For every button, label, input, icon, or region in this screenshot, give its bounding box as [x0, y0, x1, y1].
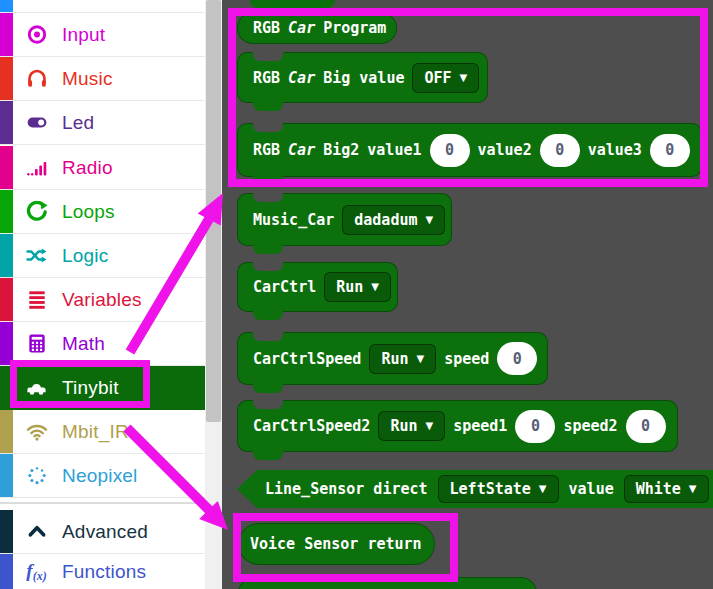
block-carctrlspeed[interactable]: CarCtrlSpeed Run ▼ speed 0	[237, 332, 548, 385]
led-toggle-icon	[25, 111, 48, 134]
block-partial-bottom[interactable]	[238, 577, 537, 589]
run-dropdown[interactable]: Run ▼	[378, 411, 445, 441]
block-label: RGB	[253, 19, 280, 37]
number-input-value1[interactable]: 0	[430, 134, 470, 167]
sidebar-item-functions[interactable]: f(x) Functions	[0, 554, 205, 589]
chevron-down-icon: ▼	[689, 484, 697, 494]
category-color-bar	[0, 0, 13, 12]
sidebar-item-label: Led	[62, 112, 94, 134]
wifi-icon	[25, 420, 48, 443]
category-color-bar	[0, 410, 13, 453]
sidebar-item-logic[interactable]: Logic	[0, 234, 205, 278]
math-calculator-icon	[25, 332, 48, 355]
block-param-label: value3	[588, 141, 642, 159]
puzzle-bump	[253, 384, 283, 393]
block-label: Car	[288, 69, 315, 87]
sidebar-item-label: Neopixel	[62, 465, 138, 487]
sidebar-item-music[interactable]: Music	[0, 57, 205, 101]
puzzle-bump	[253, 176, 283, 185]
sidebar-item-radio[interactable]: Radio	[0, 146, 205, 190]
sidebar-item-label: Input	[62, 24, 105, 46]
sidebar-item-input[interactable]: Input	[0, 13, 205, 57]
block-label: CarCtrl	[253, 278, 316, 296]
block-label: Big2	[323, 141, 359, 159]
functions-icon: f(x)	[25, 560, 48, 583]
category-color-bar	[0, 13, 13, 56]
dropdown-value: Run	[381, 350, 408, 368]
puzzle-notch	[253, 262, 283, 271]
sidebar-item-label: Radio	[62, 157, 113, 179]
sidebar-item-mbit-ir[interactable]: Mbit_IR	[0, 410, 205, 454]
radio-signal-icon	[25, 156, 48, 179]
logic-shuffle-icon	[25, 244, 48, 267]
direction-dropdown[interactable]: LeftState ▼	[438, 475, 559, 503]
sidebar-item-label: Logic	[62, 245, 108, 267]
block-carctrlspeed2[interactable]: CarCtrlSpeed2 Run ▼ speed1 0 speed2 0	[237, 400, 678, 452]
block-label: Car	[288, 141, 315, 159]
block-rgb-car-big[interactable]: RGBCarBig value OFF ▼	[237, 52, 488, 103]
puzzle-bump	[253, 311, 283, 320]
puzzle-bump	[253, 245, 283, 254]
block-label: CarCtrlSpeed	[253, 350, 361, 368]
block-param-label: speed	[444, 350, 489, 368]
block-carctrl[interactable]: CarCtrl Run ▼	[237, 262, 398, 312]
block-param-label: value1	[367, 141, 421, 159]
sidebar-item-label: Math	[62, 333, 105, 355]
puzzle-bump	[253, 102, 283, 111]
sidebar-item-led[interactable]: Led	[0, 101, 205, 145]
number-input-speed[interactable]: 0	[497, 342, 537, 375]
category-color-bar	[0, 57, 13, 100]
puzzle-bump	[253, 451, 283, 460]
variables-list-icon	[25, 288, 48, 311]
sidebar-item-math[interactable]: Math	[0, 322, 205, 366]
block-partial-top[interactable]	[250, 0, 335, 8]
puzzle-notch	[253, 400, 283, 409]
sidebar-item-basic-partial[interactable]	[0, 0, 205, 13]
sidebar-scrollbar-thumb[interactable]	[206, 0, 221, 422]
sidebar-section-divider	[0, 502, 205, 504]
puzzle-notch	[253, 332, 283, 341]
block-param-label: speed2	[563, 417, 617, 435]
dropdown-value: LeftState	[450, 480, 531, 498]
color-dropdown[interactable]: White ▼	[624, 475, 709, 503]
dropdown-value: White	[636, 480, 681, 498]
block-label: Line_Sensor direct	[265, 480, 428, 498]
sidebar-item-label: Tinybit	[62, 377, 119, 399]
category-color-bar	[0, 278, 13, 321]
number-input-speed2[interactable]: 0	[626, 410, 666, 443]
block-rgb-car-big2[interactable]: RGBCarBig2 value1 0 value2 0 value3 0	[237, 123, 702, 177]
dropdown-value: OFF	[424, 69, 451, 87]
sidebar-item-label: Mbit_IR	[62, 421, 129, 443]
run-dropdown[interactable]: Run ▼	[369, 344, 436, 374]
sidebar-item-label: Music	[62, 68, 113, 90]
chevron-down-icon: ▼	[539, 484, 547, 494]
chevron-down-icon: ▼	[426, 215, 434, 225]
category-sidebar: Input Music Led	[0, 0, 205, 589]
block-voice-sensor[interactable]: Voice Sensor return	[238, 523, 435, 565]
sidebar-item-variables[interactable]: Variables	[0, 278, 205, 322]
block-rgb-car-program[interactable]: RGBCarProgram	[237, 12, 397, 44]
block-line-sensor[interactable]: Line_Sensor direct LeftState ▼ value Whi…	[237, 470, 713, 508]
block-param-label: value2	[478, 141, 532, 159]
sidebar-item-loops[interactable]: Loops	[0, 190, 205, 234]
number-input-value2[interactable]: 0	[540, 134, 580, 167]
puzzle-notch	[253, 193, 283, 202]
number-input-speed1[interactable]: 0	[515, 410, 555, 443]
input-icon	[25, 23, 48, 46]
block-music-car[interactable]: Music_Car dadadum ▼	[237, 193, 452, 246]
number-input-value3[interactable]: 0	[650, 134, 690, 167]
makecode-editor: Input Music Led	[0, 0, 713, 589]
off-dropdown[interactable]: OFF ▼	[412, 63, 479, 93]
block-label: RGB	[253, 141, 280, 159]
category-color-bar	[0, 454, 13, 497]
sidebar-item-neopixel[interactable]: Neopixel	[0, 454, 205, 498]
run-dropdown[interactable]: Run ▼	[324, 272, 391, 302]
dropdown-value: dadadum	[354, 211, 417, 229]
block-label: Voice Sensor return	[250, 535, 422, 553]
sidebar-item-advanced[interactable]: Advanced	[0, 510, 205, 554]
sidebar-item-label: Advanced	[62, 521, 148, 543]
music-icon	[25, 67, 48, 90]
dropdown-value: Run	[336, 278, 363, 296]
melody-dropdown[interactable]: dadadum ▼	[342, 205, 445, 235]
sidebar-item-tinybit[interactable]: Tinybit	[0, 366, 205, 410]
